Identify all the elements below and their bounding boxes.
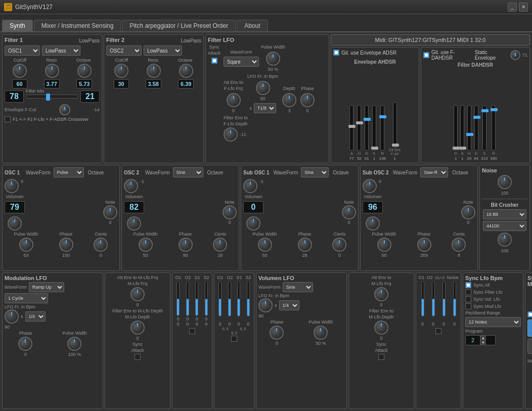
sub-osc1-note-knob[interactable] [342,205,356,219]
request-preset-button[interactable]: Request Preset [527,319,532,337]
osc2-waveform-knob[interactable] [124,179,138,193]
mod-sync-attack-checkbox[interactable] [135,354,141,360]
flfo-bpm-knob[interactable] [256,81,270,95]
filter-mix-slider[interactable] [26,95,78,99]
osc1-waveform-select[interactable]: Pulse [54,167,84,177]
sub-osc2-pw-knob[interactable] [377,238,391,252]
git-fdahdsr-checkbox[interactable] [423,52,429,58]
sub-osc1-waveform-knob[interactable] [243,179,257,193]
mod-lfo-bpm-knob[interactable] [5,309,19,324]
osc2-vol-knob[interactable] [127,216,141,231]
sub-osc1-phase-knob[interactable] [298,238,312,252]
mod-vsliders1-checkbox[interactable] [189,328,195,334]
tab-synth[interactable]: Synth [2,20,33,31]
filter1-octave-val[interactable]: 5.73 [76,79,92,88]
tab-about[interactable]: About [237,20,268,31]
filter1-cutoff-val[interactable]: 60 [12,79,27,88]
osc1-cents-knob[interactable] [94,238,108,252]
vol-lfo-t-select[interactable]: 1/4 [279,300,299,310]
osc2-pw-knob[interactable] [139,238,153,252]
osc2-waveform-select[interactable]: Sine [173,167,203,177]
vol-lfo-bpm-knob[interactable] [258,298,273,312]
filter2-reso-knob[interactable] [147,64,161,78]
filter2-cutoff-val[interactable]: 30 [114,79,129,88]
vol-lfo-pw-knob[interactable] [314,326,328,340]
osc1-waveform-knob[interactable] [5,179,19,193]
osc2-note-knob[interactable] [223,205,237,219]
sync-all-checkbox[interactable] [465,282,471,288]
mod-lfo-phase-knob[interactable] [18,337,32,351]
git-envelope-adsr-checkbox[interactable] [333,50,339,56]
filter1-octave-knob[interactable] [77,64,92,78]
osc2-cents-knob[interactable] [213,238,227,252]
sync-filter-checkbox[interactable] [465,289,471,295]
vol-lfo-wf-select[interactable]: Sine [283,282,313,292]
vol-filter-env-knob[interactable] [374,321,388,335]
program-spinbox[interactable]: 2 ▲ ▼ [465,335,496,345]
flfo-t-select[interactable]: T1/8 [254,103,276,113]
sub-osc1-waveform-select[interactable]: Sine [301,167,329,177]
tab-mixer[interactable]: Mixer / Instrument Sensing [34,20,121,31]
sub-osc2-waveform-knob[interactable] [363,179,377,193]
close-button[interactable]: ✕ [519,3,528,12]
sub-osc2-waveform-select[interactable]: Saw-R [420,167,448,177]
filter-mix-val[interactable]: 78 [5,90,24,103]
envelope-fcut-knob[interactable] [59,104,70,115]
flfo-waveform-select[interactable]: Sqare [224,57,259,67]
program-up-btn[interactable]: ▲ [480,336,486,340]
sub-osc1-vol-val[interactable]: 0 [243,201,263,213]
sync-attack-checkbox[interactable] [211,58,217,64]
sub-osc1-vol-knob[interactable] [246,216,260,231]
filter1-osc-select[interactable]: OSC1 [5,45,40,56]
filter-env-depth-knob[interactable] [224,127,238,142]
vol-vsliders-checkbox[interactable] [435,328,441,334]
osc2-phase-knob[interactable] [179,238,193,252]
sub-osc2-vol-val[interactable]: 96 [363,201,383,213]
vol-sync-attack-checkbox[interactable] [378,354,384,360]
pitchbend-select[interactable]: 12 Notes [465,317,521,327]
peak-cutoff-checkbox[interactable] [527,311,532,317]
att-env-frq-knob[interactable] [227,93,241,107]
sub-osc2-phase-knob[interactable] [417,238,431,252]
noise-knob[interactable] [498,175,512,189]
sync-vol-checkbox[interactable] [465,296,471,302]
transmit-button[interactable]: Transmit this [527,339,532,354]
mod-lfo-pw-knob[interactable] [67,337,81,351]
filter2-octave-val[interactable]: 6.39 [178,79,194,88]
flfo-pw-knob[interactable] [266,52,280,66]
mod-vsliders2-checkbox[interactable] [231,336,237,342]
sub-osc2-note-knob[interactable] [461,205,475,219]
sub-osc2-cents-knob[interactable] [452,238,466,252]
sub-osc1-pw-knob[interactable] [258,238,272,252]
bit-crusher-knob[interactable] [498,233,512,247]
flfo-depth-knob[interactable] [282,93,296,107]
filter1-cutoff-knob[interactable] [13,64,27,78]
mod-att-env-knob[interactable] [130,287,145,301]
filter1-type-select[interactable]: LowPass [42,45,80,56]
mod-lfo-wf-select[interactable]: Ramp Up [29,282,64,292]
vol-lfo-phase-knob[interactable] [270,326,284,340]
program-down-btn[interactable]: ▼ [480,340,486,345]
static-envelope-knob[interactable] [510,50,520,60]
osc1-pw-knob[interactable] [19,238,33,252]
osc1-phase-knob[interactable] [59,238,73,252]
sample-rate-select[interactable]: 44100 [483,221,526,231]
osc1-vol-knob[interactable] [8,216,22,231]
mod-lfo-cycle-select[interactable]: 1 Cycle [5,293,48,303]
bit-depth-select[interactable]: 16 Bit [483,209,526,219]
osc2-vol-val[interactable]: 82 [124,201,144,213]
envelope-fcut-val[interactable]: 21 [80,90,100,103]
crossover-checkbox[interactable] [5,116,11,122]
filter2-cutoff-knob[interactable] [114,64,128,78]
filter2-osc-select[interactable]: OSC2 [106,45,142,56]
filter1-reso-knob[interactable] [45,64,59,78]
vol-att-env-knob[interactable] [374,287,388,301]
sync-mod-checkbox[interactable] [465,303,471,309]
sub-osc1-cents-knob[interactable] [332,238,346,252]
minimize-button[interactable]: _ [508,3,517,12]
mod-filter-env-knob[interactable] [130,321,145,335]
osc1-note-knob[interactable] [103,205,117,219]
osc1-vol-val[interactable]: 79 [5,201,25,213]
filter2-reso-val[interactable]: 3.58 [146,79,161,88]
sub-osc2-vol-knob[interactable] [366,216,380,231]
